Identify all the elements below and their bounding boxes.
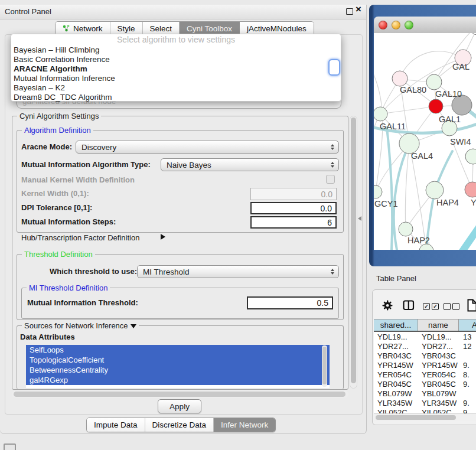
column-header-partial[interactable]: A <box>459 319 476 331</box>
table-row[interactable]: YPR145WYPR145W9. <box>374 360 476 370</box>
table-row[interactable]: YBL079WYBL079W <box>374 389 476 398</box>
sources-group-title[interactable]: Sources for Network Inference <box>22 321 139 330</box>
tab-discretize-data[interactable]: Discretize Data <box>145 418 214 432</box>
network-node[interactable] <box>426 181 444 199</box>
network-edge <box>460 226 476 250</box>
aracne-mode-combo[interactable]: Discovery <box>76 141 339 154</box>
tab-cyni-toolbox[interactable]: Cyni Toolbox <box>180 22 240 35</box>
window-close-icon[interactable] <box>379 21 387 30</box>
network-node[interactable] <box>374 185 382 198</box>
tab-infer-network[interactable]: Infer Network <box>214 418 275 432</box>
tab-select[interactable]: Select <box>143 22 180 35</box>
kernel-width-field[interactable]: 0.0 <box>250 188 337 200</box>
expand-right-icon[interactable] <box>161 234 165 240</box>
tab-style-label: Style <box>118 24 135 33</box>
mi-steps-field[interactable]: 6 <box>250 216 337 229</box>
table-row[interactable]: YBR043CYBR043C <box>374 351 476 360</box>
window-minimize-icon[interactable] <box>392 21 400 30</box>
algorithm-definition-title: Algorithm Definition <box>22 126 93 135</box>
algorithm-option[interactable]: Mutual Information Inference <box>11 74 341 83</box>
mi-threshold-field[interactable]: 0.5 <box>247 296 333 309</box>
settings-vertical-scrollbar[interactable] <box>350 116 357 389</box>
network-node[interactable] <box>374 107 387 121</box>
hub-definition-expander-label[interactable]: Hub/Transcription Factor Definition <box>21 233 139 243</box>
which-threshold-combo[interactable]: MI Threshold <box>137 265 339 278</box>
network-node[interactable] <box>429 99 443 113</box>
collapsed-panel-icon[interactable] <box>4 444 16 450</box>
table-row[interactable]: YIL052CYIL052C9. <box>374 407 476 413</box>
close-icon[interactable]: × <box>356 4 361 14</box>
tab-jactivemnodules[interactable]: jActiveMNodules <box>240 22 314 35</box>
network-node[interactable] <box>470 33 476 35</box>
node-label: SWI4 <box>450 137 471 146</box>
tab-style[interactable]: Style <box>110 22 143 35</box>
algorithm-option[interactable]: Basic Correlation Inference <box>11 55 341 64</box>
float-window-icon[interactable] <box>346 8 353 15</box>
network-node[interactable] <box>465 149 476 164</box>
control-panel-titlebar: Control Panel <box>0 5 366 19</box>
aracne-mode-label: Aracne Mode: <box>21 142 72 152</box>
table-row[interactable]: YLR345WYLR345W9. <box>374 398 476 407</box>
which-threshold-value: MI Threshold <box>143 268 190 276</box>
kernel-width-label: Kernel Width (0,1): <box>21 189 89 198</box>
collapse-down-icon[interactable] <box>131 324 136 328</box>
network-node[interactable] <box>399 133 419 154</box>
split-panel-icon[interactable] <box>403 300 415 311</box>
gear-icon[interactable] <box>382 300 393 311</box>
settings-horizontal-scrollbar[interactable] <box>12 390 348 398</box>
dpi-tolerance-field[interactable]: 0.0 <box>250 202 337 214</box>
settings-vertical-scrollbar-thumb[interactable] <box>351 118 356 383</box>
mi-threshold-value: 0.5 <box>317 298 328 308</box>
list-item[interactable]: SelfLoops <box>26 345 330 355</box>
cyni-bottom-tabs: Impute Data Discretize Data Infer Networ… <box>86 418 276 432</box>
network-node[interactable] <box>465 182 476 197</box>
network-node[interactable] <box>392 71 407 86</box>
algorithm-option-selected[interactable]: ARACNE Algorithm <box>11 64 341 74</box>
window-zoom-icon[interactable] <box>405 21 413 30</box>
list-item[interactable]: gal4RGexp <box>26 375 330 385</box>
splitter-collapse-icon[interactable] <box>358 216 361 221</box>
list-item[interactable]: TopologicalCoefficient <box>26 355 330 365</box>
table-row[interactable]: YDR27...YDR27...12 <box>374 341 476 351</box>
list-item[interactable]: BetweennessCentrality <box>26 365 330 375</box>
mi-type-combo[interactable]: Naive Bayes <box>161 158 339 171</box>
table-row[interactable]: YDL19...YDL19...13 <box>374 332 476 341</box>
table-row[interactable]: YBR045CYBR045C9. <box>374 379 476 389</box>
mi-steps-label: Mutual Information Steps: <box>21 217 116 227</box>
kernel-width-value: 0.0 <box>321 190 332 199</box>
manual-kernel-label: Manual Kernel Width Definition <box>21 175 135 185</box>
deselect-all-columns-icon[interactable] <box>444 303 461 310</box>
node-label: HAP2 <box>407 236 430 245</box>
column-header-name[interactable]: name <box>418 319 459 331</box>
list-scrollbar-thumb[interactable] <box>322 347 327 384</box>
node-label: GAL80 <box>400 85 426 94</box>
node-label: GAL4 <box>411 151 433 161</box>
settings-horizontal-scrollbar-thumb[interactable] <box>14 392 345 397</box>
aracne-mode-value: Discovery <box>81 143 116 152</box>
tab-jactivemnodules-label: jActiveMNodules <box>247 24 307 33</box>
apply-button[interactable]: Apply <box>158 399 201 413</box>
cyni-algorithm-settings-title: Cyni Algorithm Settings <box>17 112 101 120</box>
table-horizontal-scrollbar-thumb[interactable] <box>376 415 456 420</box>
mi-type-label: Mutual Information Algorithm Type: <box>21 160 151 169</box>
table-horizontal-scrollbar[interactable] <box>374 413 476 421</box>
tab-network[interactable]: Network <box>56 22 110 35</box>
network-node[interactable] <box>426 74 442 90</box>
list-scrollbar[interactable] <box>322 345 327 387</box>
tab-infer-network-label: Infer Network <box>221 420 268 429</box>
tab-impute-data[interactable]: Impute Data <box>87 418 145 432</box>
column-header-shared-name[interactable]: shared... <box>374 319 418 331</box>
tab-network-label: Network <box>73 24 103 33</box>
algorithm-placeholder: Select algorithm to view settings <box>11 34 341 45</box>
algorithm-option[interactable]: Bayesian – K2 <box>11 83 341 93</box>
function-builder-icon[interactable] <box>467 299 476 312</box>
manual-kernel-checkbox[interactable] <box>326 175 335 184</box>
network-node[interactable] <box>399 222 413 236</box>
table-body: YDL19...YDL19...13YDR27...YDR27...12YBR0… <box>374 332 476 413</box>
network-window-titlebar[interactable] <box>374 17 476 34</box>
algorithm-option[interactable]: Bayesian – Hill Climbing <box>11 45 341 55</box>
select-all-columns-icon[interactable]: ✓✓ <box>423 303 441 310</box>
algorithm-dropdown-popup: Select algorithm to view settings Bayesi… <box>11 34 341 102</box>
algorithm-option[interactable]: Dream8 DC_TDC Algorithm <box>11 93 341 102</box>
table-row[interactable]: YER054CYER054C8. <box>374 370 476 379</box>
